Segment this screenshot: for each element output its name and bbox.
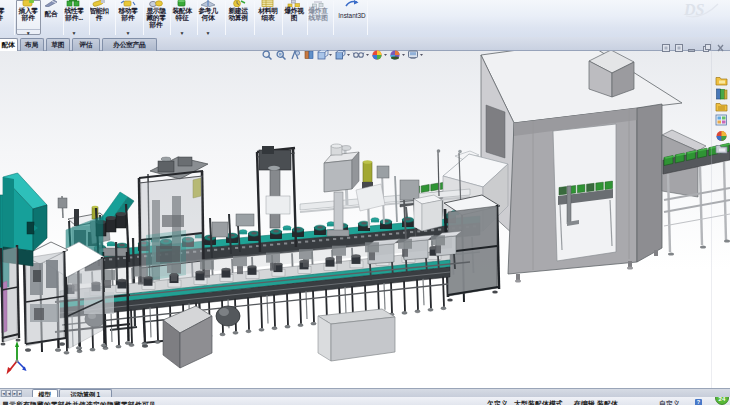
svg-text:24: 24: [718, 397, 726, 402]
